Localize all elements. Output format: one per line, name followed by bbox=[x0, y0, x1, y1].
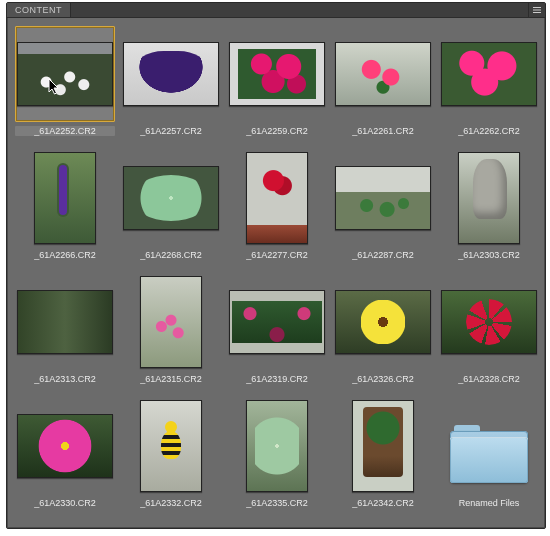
thumbnail-frame bbox=[439, 26, 539, 122]
tab-content[interactable]: CONTENT bbox=[7, 3, 71, 17]
thumbnail-frame bbox=[121, 274, 221, 370]
thumbnail-item[interactable]: _61A2303.CR2 bbox=[439, 150, 539, 270]
thumbnail-label[interactable]: _61A2259.CR2 bbox=[227, 126, 327, 136]
thumbnail-label[interactable]: _61A2287.CR2 bbox=[333, 250, 433, 260]
thumbnail-frame bbox=[333, 398, 433, 494]
content-panel: CONTENT _61A2252.CR2_61A2257.CR2_61A2259… bbox=[6, 2, 546, 529]
thumbnail-item[interactable]: _61A2252.CR2 bbox=[15, 26, 115, 146]
thumbnail-item[interactable]: _61A2342.CR2 bbox=[333, 398, 433, 518]
thumbnail-label[interactable]: _61A2328.CR2 bbox=[439, 374, 539, 384]
thumbnail-label[interactable]: _61A2332.CR2 bbox=[121, 498, 221, 508]
thumbnail-image bbox=[441, 42, 537, 106]
thumbnail-image bbox=[335, 166, 431, 230]
thumbnail-image bbox=[246, 152, 308, 244]
thumbnail-item[interactable]: _61A2330.CR2 bbox=[15, 398, 115, 518]
thumbnail-image bbox=[34, 152, 96, 244]
thumbnail-item[interactable]: _61A2261.CR2 bbox=[333, 26, 433, 146]
thumbnail-item[interactable]: _61A2326.CR2 bbox=[333, 274, 433, 394]
svg-rect-1 bbox=[533, 10, 541, 11]
thumbnail-label[interactable]: _61A2268.CR2 bbox=[121, 250, 221, 260]
thumbnail-label[interactable]: _61A2257.CR2 bbox=[121, 126, 221, 136]
panel-tabbar: CONTENT bbox=[7, 3, 545, 18]
thumbnail-label[interactable]: _61A2335.CR2 bbox=[227, 498, 327, 508]
thumbnail-image bbox=[17, 414, 113, 478]
thumbnail-image bbox=[441, 290, 537, 354]
content-area[interactable]: _61A2252.CR2_61A2257.CR2_61A2259.CR2_61A… bbox=[7, 18, 545, 528]
thumbnail-item[interactable]: _61A2332.CR2 bbox=[121, 398, 221, 518]
thumbnail-item[interactable]: _61A2335.CR2 bbox=[227, 398, 327, 518]
thumbnail-label[interactable]: _61A2313.CR2 bbox=[15, 374, 115, 384]
panel-menu-icon bbox=[532, 5, 542, 15]
tab-content-label: CONTENT bbox=[15, 5, 62, 15]
thumbnail-item[interactable]: _61A2287.CR2 bbox=[333, 150, 433, 270]
thumbnail-frame bbox=[121, 26, 221, 122]
folder-icon bbox=[450, 425, 528, 483]
thumbnail-frame bbox=[439, 274, 539, 370]
thumbnail-frame bbox=[333, 26, 433, 122]
thumbnail-image bbox=[229, 290, 325, 354]
thumbnail-item[interactable]: _61A2266.CR2 bbox=[15, 150, 115, 270]
thumbnail-image bbox=[229, 42, 325, 106]
thumbnail-image bbox=[458, 152, 520, 244]
thumbnail-item[interactable]: _61A2262.CR2 bbox=[439, 26, 539, 146]
svg-rect-2 bbox=[533, 12, 541, 13]
thumbnail-frame bbox=[333, 274, 433, 370]
thumbnail-label[interactable]: _61A2326.CR2 bbox=[333, 374, 433, 384]
thumbnail-frame bbox=[439, 398, 539, 494]
thumbnail-label[interactable]: _61A2319.CR2 bbox=[227, 374, 327, 384]
thumbnail-item[interactable]: _61A2319.CR2 bbox=[227, 274, 327, 394]
thumbnail-frame bbox=[227, 150, 327, 246]
thumbnail-grid: _61A2252.CR2_61A2257.CR2_61A2259.CR2_61A… bbox=[15, 26, 541, 518]
thumbnail-image bbox=[335, 290, 431, 354]
thumbnail-label[interactable]: _61A2315.CR2 bbox=[121, 374, 221, 384]
thumbnail-item[interactable]: _61A2315.CR2 bbox=[121, 274, 221, 394]
thumbnail-item[interactable]: _61A2257.CR2 bbox=[121, 26, 221, 146]
thumbnail-item[interactable]: _61A2277.CR2 bbox=[227, 150, 327, 270]
thumbnail-label[interactable]: _61A2342.CR2 bbox=[333, 498, 433, 508]
thumbnail-label[interactable]: _61A2252.CR2 bbox=[15, 126, 115, 136]
panel-menu-button[interactable] bbox=[528, 3, 545, 17]
thumbnail-label[interactable]: _61A2303.CR2 bbox=[439, 250, 539, 260]
thumbnail-image bbox=[17, 42, 113, 106]
thumbnail-image bbox=[140, 276, 202, 368]
thumbnail-item[interactable]: _61A2259.CR2 bbox=[227, 26, 327, 146]
thumbnail-item[interactable]: _61A2268.CR2 bbox=[121, 150, 221, 270]
thumbnail-label[interactable]: _61A2262.CR2 bbox=[439, 126, 539, 136]
thumbnail-frame bbox=[227, 398, 327, 494]
thumbnail-label[interactable]: _61A2277.CR2 bbox=[227, 250, 327, 260]
thumbnail-frame bbox=[227, 26, 327, 122]
thumbnail-image bbox=[246, 400, 308, 492]
folder-item[interactable]: Renamed Files bbox=[439, 398, 539, 518]
svg-rect-0 bbox=[533, 7, 541, 8]
thumbnail-frame bbox=[15, 26, 115, 122]
thumbnail-frame bbox=[439, 150, 539, 246]
thumbnail-image bbox=[123, 166, 219, 230]
thumbnail-label[interactable]: _61A2261.CR2 bbox=[333, 126, 433, 136]
thumbnail-frame bbox=[227, 274, 327, 370]
thumbnail-image bbox=[335, 42, 431, 106]
thumbnail-image bbox=[17, 290, 113, 354]
thumbnail-frame bbox=[15, 150, 115, 246]
thumbnail-label[interactable]: _61A2330.CR2 bbox=[15, 498, 115, 508]
thumbnail-item[interactable]: _61A2313.CR2 bbox=[15, 274, 115, 394]
thumbnail-label[interactable]: Renamed Files bbox=[439, 498, 539, 508]
thumbnail-item[interactable]: _61A2328.CR2 bbox=[439, 274, 539, 394]
thumbnail-frame bbox=[15, 398, 115, 494]
thumbnail-frame bbox=[15, 274, 115, 370]
thumbnail-image bbox=[352, 400, 414, 492]
thumbnail-frame bbox=[121, 150, 221, 246]
thumbnail-image bbox=[140, 400, 202, 492]
thumbnail-frame bbox=[121, 398, 221, 494]
thumbnail-label[interactable]: _61A2266.CR2 bbox=[15, 250, 115, 260]
thumbnail-image bbox=[123, 42, 219, 106]
thumbnail-frame bbox=[333, 150, 433, 246]
